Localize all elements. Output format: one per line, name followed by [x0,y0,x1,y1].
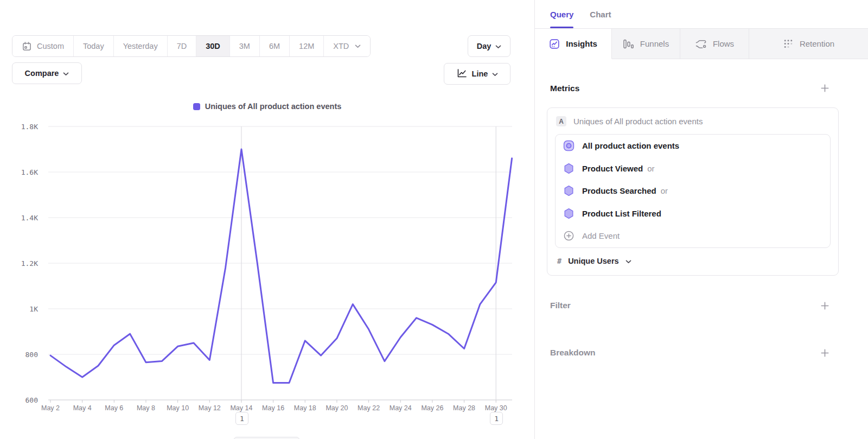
breakdown-title: Breakdown [550,348,596,358]
chart-type-dropdown[interactable]: Line [444,63,510,85]
report-tab-label: Insights [566,39,597,48]
y-tick-label: 1.6K [21,168,38,176]
add-filter-button[interactable] [819,300,831,312]
add-metric-button[interactable] [819,82,831,94]
x-tick-label: May 22 [358,404,380,412]
y-tick-label: 1.4K [21,214,38,222]
line-chart-icon [456,68,468,80]
date-range-label: 30D [206,42,220,50]
x-tick-label: May 10 [167,404,189,412]
event-row-all-product-action-events[interactable]: All product action events [556,135,830,157]
event-operator: or [647,164,654,173]
x-tick-label: May 20 [326,404,348,412]
date-range-label: Today [83,42,104,50]
y-tick-label: 800 [25,351,38,359]
date-range-label: Custom [37,42,64,50]
date-range-12m[interactable]: 12M [289,36,323,56]
date-range-30d[interactable]: 30D [196,36,229,56]
date-range-segmented-control: CustomTodayYesterday7D30D3M6M12MXTD [12,35,371,57]
legend-swatch [193,103,200,110]
report-type-tabs: InsightsFunnelsFlowsRetention [535,28,868,59]
x-tick-label: May 26 [421,404,443,412]
date-range-yesterday[interactable]: Yesterday [113,36,167,56]
breakdown-section-header: Breakdown [550,347,831,359]
retention-icon [783,39,794,49]
tab-flows[interactable]: Flows [680,29,749,59]
event-row-product-viewed[interactable]: Product Viewedor [556,157,830,180]
date-range-label: 12M [299,42,314,50]
x-tick-label: May 4 [73,404,92,412]
calendar-icon [22,41,32,52]
circle-plus-icon [563,230,575,241]
granularity-dropdown[interactable]: Day [468,35,510,57]
x-tick-label: May 16 [262,404,284,412]
event-row-product-list-filtered[interactable]: Product List Filtered [556,202,830,225]
report-tab-label: Flows [713,39,734,48]
event-operator: or [661,186,668,195]
tab-funnels[interactable]: Funnels [612,29,680,59]
chart-legend: Uniques of All product action events [0,102,534,111]
funnels-icon [623,39,634,49]
x-tick-label: May 30 [485,404,507,412]
date-range-custom[interactable]: Custom [12,36,73,56]
add-breakdown-button[interactable] [819,347,831,359]
date-range-xtd[interactable]: XTD [323,36,370,56]
date-range-label: 3M [239,42,250,50]
x-tick-label: May 14 [230,404,252,412]
filter-title: Filter [550,301,571,310]
view-tab-query[interactable]: Query [550,0,573,28]
metrics-section-header: Metrics [550,82,831,94]
y-tick-label: 1K [29,305,38,313]
view-tabs: QueryChart [535,0,868,28]
event-row-products-searched[interactable]: Products Searchedor [556,180,830,202]
tab-retention[interactable]: Retention [749,29,868,59]
x-tick-label: May 24 [390,404,412,412]
hash-icon: # [557,257,561,265]
chart-pane: 6008001K1.2K1.4K1.6K1.8KMay 2May 4May 6M… [0,0,534,439]
legend-label: Uniques of All product action events [205,102,342,111]
hexagon-event-icon [563,208,575,219]
compare-label: Compare [25,69,59,78]
date-range-6m[interactable]: 6M [259,36,289,56]
aggregation-dropdown[interactable]: # Unique Users [547,248,838,275]
x-tick-label: May 12 [199,404,221,412]
insights-icon [549,39,560,49]
filter-section-header: Filter [550,300,831,312]
date-range-label: XTD [333,42,349,50]
view-tab-chart[interactable]: Chart [590,0,611,28]
metrics-title: Metrics [550,84,579,93]
metric-card: A Uniques of All product action events A… [547,107,839,276]
x-tick-label: May 18 [294,404,316,412]
event-label: Product Viewed [582,164,643,173]
clipped-bottom-control[interactable] [233,437,300,439]
x-tick-label: May 28 [453,404,475,412]
series-line[interactable] [50,149,512,383]
chart-type-label: Line [472,69,488,78]
query-builder-panel: QueryChart InsightsFunnelsFlowsRetention… [534,0,868,439]
metric-card-header[interactable]: A Uniques of All product action events [547,108,838,132]
x-tick-label: May 6 [105,404,123,412]
date-range-7d[interactable]: 7D [167,36,196,56]
annotation-marker[interactable]: 1 [490,412,503,425]
event-label: All product action events [582,141,679,150]
x-tick-label: May 2 [41,404,60,412]
add-event-button[interactable]: Add Event [556,225,830,247]
date-range-today[interactable]: Today [73,36,113,56]
report-tab-label: Funnels [640,39,669,48]
aggregation-label: Unique Users [568,257,618,265]
chevron-down-icon [355,44,361,48]
y-tick-label: 1.2K [21,259,38,268]
chevron-down-icon [63,69,69,78]
tab-insights[interactable]: Insights [535,29,612,59]
report-tab-label: Retention [800,39,834,48]
metric-letter-badge: A [556,116,566,126]
annotation-marker[interactable]: 1 [235,412,248,425]
compare-dropdown[interactable]: Compare [12,62,82,84]
date-range-3m[interactable]: 3M [229,36,259,56]
all-events-icon [563,140,575,151]
chevron-down-icon [626,256,631,266]
metric-summary: Uniques of All product action events [573,117,703,126]
events-list: All product action eventsProduct Viewedo… [555,134,831,248]
event-label: Products Searched [582,186,656,195]
chevron-down-icon [495,42,501,50]
